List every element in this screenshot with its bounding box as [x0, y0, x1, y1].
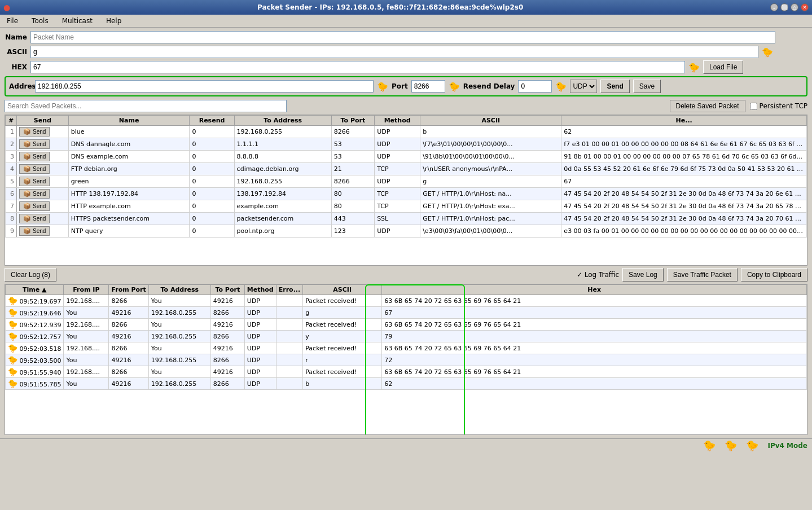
- log-from-ip: You: [64, 378, 109, 390]
- row-to-address: pool.ntp.org: [234, 225, 331, 238]
- row-resend: 0: [190, 188, 234, 200]
- row-send-button[interactable]: 📦 Send: [19, 152, 50, 161]
- protocol-select[interactable]: UDP TCP SSL: [570, 80, 597, 93]
- log-to-addr: You: [148, 319, 210, 331]
- row-to-port: 123: [331, 225, 374, 238]
- delete-saved-button[interactable]: Delete Saved Packet: [670, 100, 745, 112]
- close-btn[interactable]: ✕: [801, 3, 809, 11]
- save-traffic-button[interactable]: Save Traffic Packet: [667, 268, 738, 282]
- load-file-button[interactable]: Load File: [703, 60, 743, 74]
- table-row: 8 📦 Send HTTPS packetsender.com 0 packet…: [6, 213, 807, 225]
- log-time: 🐤 09:52:03.518: [6, 342, 64, 354]
- table-row: 1 📦 Send blue 0 192.168.0.255 8266 UDP b…: [6, 126, 807, 138]
- row-name: FTP debian.org: [68, 163, 190, 175]
- log-table: Time ▲ From IP From Port To Address To P…: [5, 284, 807, 390]
- ascii-input[interactable]: [30, 46, 758, 58]
- row-to-port: 80: [331, 188, 374, 200]
- row-num: 8: [6, 213, 17, 225]
- persistent-tcp-checkbox[interactable]: [750, 103, 757, 110]
- search-input[interactable]: [5, 100, 287, 112]
- row-ascii: \91\8b\01\00\00\01\00\00\0...: [420, 151, 561, 163]
- row-send-button[interactable]: 📦 Send: [19, 164, 50, 174]
- log-from-port: 8266: [109, 342, 148, 354]
- row-send-button[interactable]: 📦 Send: [19, 139, 50, 149]
- row-method: UDP: [375, 126, 420, 138]
- log-ascii: Packet received!: [303, 295, 382, 307]
- row-send-button[interactable]: 📦 Send: [19, 201, 50, 211]
- log-to-port: 49216: [210, 295, 244, 307]
- resend-input[interactable]: [518, 80, 552, 93]
- menu-tools[interactable]: Tools: [29, 16, 51, 25]
- row-method: TCP: [375, 200, 420, 213]
- row-num: 6: [6, 188, 17, 200]
- row-send-button[interactable]: 📦 Send: [19, 226, 50, 236]
- send-cell: 📦 Send: [17, 188, 69, 200]
- log-hex: 63 6B 65 74 20 72 65 63 65 69 76 65 64 2…: [382, 295, 807, 307]
- address-input[interactable]: [35, 80, 374, 93]
- log-method: UDP: [244, 366, 276, 378]
- log-hex: 72: [382, 354, 807, 366]
- row-to-address: 1.1.1.1: [234, 138, 331, 151]
- log-table-wrap: Time ▲ From IP From Port To Address To P…: [5, 284, 807, 435]
- save-log-button[interactable]: Save Log: [622, 268, 664, 282]
- row-name: DNS dannagle.com: [68, 138, 190, 151]
- row-name: DNS example.com: [68, 151, 190, 163]
- row-resend: 0: [190, 151, 234, 163]
- row-send-button[interactable]: 📦 Send: [19, 127, 50, 137]
- clear-log-button[interactable]: Clear Log (8): [5, 268, 56, 282]
- send-cell: 📦 Send: [17, 138, 69, 151]
- log-to-port: 49216: [210, 342, 244, 354]
- minimize-btn[interactable]: ⌄: [770, 3, 778, 11]
- save-button[interactable]: Save: [633, 80, 661, 93]
- row-hex: e3 00 03 fa 00 01 00 00 00 00 00 00 00 0…: [561, 225, 807, 238]
- log-to-port: 49216: [210, 366, 244, 378]
- packets-table-wrap: # Send Name Resend To Address To Port Me…: [5, 115, 807, 266]
- menu-help[interactable]: Help: [104, 16, 124, 25]
- log-col-from-ip: From IP: [64, 285, 109, 295]
- row-send-button[interactable]: 📦 Send: [19, 177, 50, 186]
- log-ascii: Packet received!: [303, 366, 382, 378]
- name-input[interactable]: [30, 31, 775, 43]
- log-traffic-check[interactable]: ✓ Log Traffic: [577, 271, 619, 279]
- menu-multicast[interactable]: Multicast: [60, 16, 95, 25]
- row-name: HTTP 138.197.192.84: [68, 188, 190, 200]
- hex-icon: 🐤: [688, 62, 700, 73]
- log-error: [276, 378, 302, 390]
- log-col-hex: Hex: [382, 285, 807, 295]
- row-to-port: 53: [331, 151, 374, 163]
- log-method: UDP: [244, 319, 276, 331]
- log-time: 🐤 09:51:55.940: [6, 366, 64, 378]
- log-row: 🐤 09:51:55.940 192.168.... 8266 You 4921…: [6, 366, 807, 378]
- col-name: Name: [68, 116, 190, 126]
- log-error: [276, 366, 302, 378]
- log-error: [276, 331, 302, 342]
- status-icon-1: 🐤: [703, 439, 716, 451]
- row-to-port: 80: [331, 200, 374, 213]
- window-controls[interactable]: ⌄ ⬜ △ ✕: [770, 3, 809, 11]
- log-method: UDP: [244, 307, 276, 319]
- log-to-port: 8266: [210, 354, 244, 366]
- log-method: UDP: [244, 354, 276, 366]
- persistent-tcp-check[interactable]: Persistent TCP: [750, 102, 807, 110]
- log-ascii: y: [303, 331, 382, 342]
- row-send-button[interactable]: 📦 Send: [19, 189, 50, 199]
- col-resend: Resend: [190, 116, 234, 126]
- row-send-button[interactable]: 📦 Send: [19, 214, 50, 223]
- row-resend: 0: [190, 163, 234, 175]
- title-bar: ● Packet Sender - IPs: 192.168.0.5, fe80…: [0, 0, 812, 15]
- port-input[interactable]: [411, 80, 445, 93]
- copy-clipboard-button[interactable]: Copy to Clipboard: [741, 268, 807, 282]
- title-text: Packet Sender - IPs: 192.168.0.5, fe80::…: [10, 3, 770, 11]
- log-hex: 62: [382, 378, 807, 390]
- log-to-port: 8266: [210, 378, 244, 390]
- row-to-address: 8.8.8.8: [234, 151, 331, 163]
- row-resend: 0: [190, 200, 234, 213]
- send-button[interactable]: Send: [600, 80, 629, 93]
- log-hex: 63 6B 65 74 20 72 65 63 65 69 76 65 64 2…: [382, 319, 807, 331]
- maximize-btn[interactable]: △: [791, 3, 798, 11]
- restore-btn[interactable]: ⬜: [780, 3, 788, 11]
- menu-file[interactable]: File: [5, 16, 20, 25]
- hex-input[interactable]: [30, 61, 685, 73]
- log-row: 🐤 09:51:55.785 You 49216 192.168.0.255 8…: [6, 378, 807, 390]
- address-row: Address 🐤 Port 🐤 Resend Delay 🐤 UDP TCP …: [5, 76, 807, 96]
